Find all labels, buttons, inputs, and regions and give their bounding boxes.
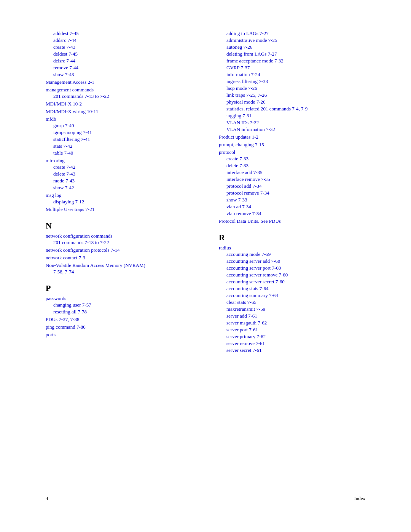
list-item[interactable]: deldest 7-45 (46, 51, 192, 57)
list-item[interactable]: vlan ad 7-34 (219, 204, 365, 210)
list-item[interactable]: interface remove 7-35 (219, 176, 365, 182)
list-item[interactable]: show 7-42 (46, 185, 192, 191)
list-item[interactable]: Product updates 1-2 (219, 134, 365, 140)
list-item[interactable]: accounting server add 7-60 (219, 258, 365, 264)
list-item[interactable]: protocol remove 7-34 (219, 190, 365, 196)
list-item[interactable]: accounting server remove 7-60 (219, 272, 365, 278)
list-item[interactable]: accounting server port 7-60 (219, 265, 365, 271)
list-item[interactable]: radius (219, 245, 365, 251)
section-n-header: N (46, 221, 192, 231)
list-item[interactable]: accounting server secret 7-60 (219, 279, 365, 285)
list-item[interactable]: mfdb (46, 116, 192, 122)
list-item[interactable]: protocol (219, 149, 365, 155)
list-item[interactable]: MDI/MDI-X 10-2 (46, 101, 192, 107)
list-item[interactable]: GVRP 7-37 (219, 65, 365, 71)
list-item[interactable]: server secret 7-61 (219, 347, 365, 353)
list-item[interactable]: administrative mode 7-25 (219, 37, 365, 43)
left-column: adddest 7-45 addsrc 7-44 create 7-43 del… (23, 30, 204, 480)
list-item[interactable]: gmrp 7-40 (46, 123, 192, 129)
right-column: adding to LAGs 7-27 administrative mode … (204, 30, 388, 480)
list-item[interactable]: table 7-40 (46, 150, 192, 156)
section-p-header: P (46, 283, 192, 293)
section-n-entries: network configuration commands 201 comma… (46, 233, 192, 275)
page-footer: 4 Index (23, 495, 388, 502)
list-item[interactable]: VLAN IDs 7-32 (219, 120, 365, 126)
list-item[interactable]: prompt, changing 7-15 (219, 142, 365, 148)
list-item[interactable]: staticfiltering 7-41 (46, 136, 192, 142)
section-r-entries: radius accounting mode 7-59 accounting s… (219, 245, 365, 353)
list-item[interactable]: msg log (46, 192, 192, 198)
list-item[interactable]: vlan remove 7-34 (219, 211, 365, 217)
list-item[interactable]: information 7-24 (219, 72, 365, 78)
list-item[interactable]: adding to LAGs 7-27 (219, 30, 365, 37)
list-item[interactable]: network configuration protocols 7-14 (46, 247, 192, 253)
list-item[interactable]: accounting mode 7-59 (219, 251, 365, 257)
list-item[interactable]: accounting stats 7-64 (219, 286, 365, 292)
page-number: 4 (46, 495, 48, 502)
list-item[interactable]: link traps 7-25, 7-26 (219, 92, 365, 98)
list-item[interactable]: server remove 7-61 (219, 340, 365, 347)
list-item[interactable]: delete 7-43 (46, 171, 192, 177)
list-item[interactable]: 201 commands 7-13 to 7-22 (46, 93, 192, 99)
list-item[interactable]: server add 7-61 (219, 313, 365, 319)
list-item[interactable]: changing user 7-57 (46, 302, 192, 308)
section-p-entries: passwords changing user 7-57 resetting a… (46, 296, 192, 338)
list-item[interactable]: maxretransmit 7-59 (219, 306, 365, 312)
list-item[interactable]: network contact 7-3 (46, 255, 192, 261)
list-item[interactable]: server msgauth 7-62 (219, 320, 365, 326)
list-item[interactable]: accounting summary 7-64 (219, 292, 365, 299)
list-item[interactable]: deleting from LAGs 7-27 (219, 51, 365, 57)
list-item[interactable]: 7-58, 7-74 (46, 269, 192, 275)
list-item[interactable]: clear stats 7-65 (219, 299, 365, 305)
list-item[interactable]: resetting all 7-78 (46, 309, 192, 315)
list-item[interactable]: ping command 7-80 (46, 324, 192, 330)
index-label: Index (354, 495, 365, 502)
list-item[interactable]: PDUs 7-37, 7-38 (46, 316, 192, 323)
list-item[interactable]: tagging 7-31 (219, 113, 365, 119)
list-item[interactable]: ingress filtering 7-33 (219, 78, 365, 85)
list-item[interactable]: mirroring (46, 158, 192, 164)
list-item[interactable]: passwords (46, 296, 192, 302)
list-item[interactable]: management commands (46, 87, 192, 93)
list-item[interactable]: mode 7-43 (46, 178, 192, 184)
list-item[interactable]: server primary 7-62 (219, 334, 365, 340)
list-item[interactable]: Multiple User traps 7-21 (46, 206, 192, 212)
list-item[interactable]: physical mode 7-26 (219, 99, 365, 105)
list-item[interactable]: addsrc 7-44 (46, 37, 192, 43)
list-item[interactable]: ports (46, 332, 192, 338)
list-item[interactable]: igmpsnooping 7-41 (46, 129, 192, 136)
list-item[interactable]: create 7-43 (46, 44, 192, 50)
list-item[interactable]: 201 commands 7-13 to 7-22 (46, 240, 192, 246)
list-item[interactable]: statistics, related 201 commands 7-4, 7-… (219, 106, 365, 112)
list-item[interactable]: Management Access 2-1 (46, 79, 192, 85)
list-item[interactable]: create 7-42 (46, 164, 192, 170)
right-top-entries: adding to LAGs 7-27 administrative mode … (219, 30, 365, 224)
list-item[interactable]: stats 7-42 (46, 143, 192, 149)
list-item[interactable]: lacp mode 7-26 (219, 85, 365, 91)
list-item[interactable]: interface add 7-35 (219, 169, 365, 176)
left-top-entries: adddest 7-45 addsrc 7-44 create 7-43 del… (46, 30, 192, 212)
list-item[interactable]: adddest 7-45 (46, 30, 192, 37)
list-item[interactable]: network configuration commands (46, 233, 192, 239)
section-r-header: R (219, 233, 365, 243)
list-item[interactable]: autoneg 7-26 (219, 44, 365, 50)
list-item[interactable]: Protocol Data Units. See PDUs (219, 218, 365, 224)
list-item[interactable]: show 7-33 (219, 197, 365, 203)
list-item[interactable]: protocol add 7-34 (219, 183, 365, 189)
list-item[interactable]: delsrc 7-44 (46, 58, 192, 64)
list-item[interactable]: Non-Volatile Random Access Memory (NVRAM… (46, 262, 192, 268)
list-item[interactable]: MDI/MDI-X wiring 10-11 (46, 109, 192, 115)
list-item[interactable]: server port 7-61 (219, 327, 365, 333)
page: adddest 7-45 addsrc 7-44 create 7-43 del… (0, 0, 411, 532)
list-item[interactable]: displaying 7-12 (46, 199, 192, 205)
list-item[interactable]: delete 7-33 (219, 163, 365, 169)
content-columns: adddest 7-45 addsrc 7-44 create 7-43 del… (23, 30, 388, 480)
list-item[interactable]: create 7-33 (219, 156, 365, 162)
list-item[interactable]: remove 7-44 (46, 65, 192, 71)
list-item[interactable]: show 7-43 (46, 72, 192, 78)
list-item[interactable]: frame acceptance mode 7-32 (219, 58, 365, 64)
list-item[interactable]: VLAN information 7-32 (219, 126, 365, 133)
